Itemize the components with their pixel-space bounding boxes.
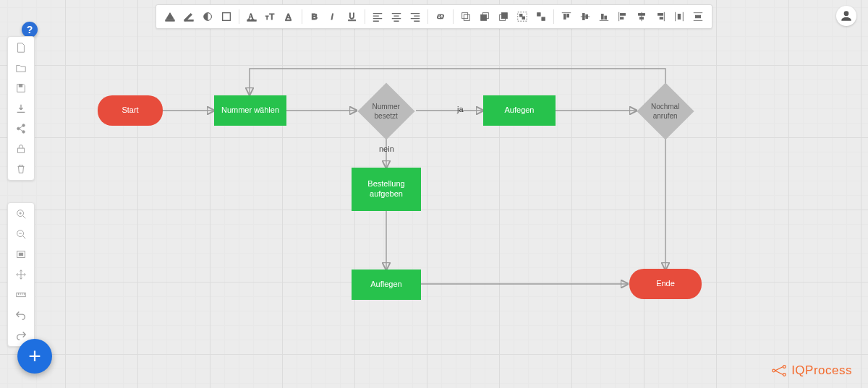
align-right-icon bbox=[409, 11, 421, 22]
svg-text:T: T bbox=[269, 12, 274, 21]
distribute-v-icon[interactable] bbox=[689, 7, 707, 26]
font-color-icon[interactable]: A bbox=[242, 7, 261, 26]
toolbar-separator bbox=[453, 9, 454, 24]
border-style-icon[interactable] bbox=[217, 7, 236, 26]
svg-text:I: I bbox=[331, 12, 333, 21]
svg-rect-28 bbox=[522, 17, 525, 20]
node-start[interactable]: Start bbox=[98, 95, 163, 126]
node-hangup2[interactable]: Auflegen bbox=[352, 270, 421, 300]
font-size-icon[interactable]: TT bbox=[261, 7, 280, 26]
diagram-canvas[interactable] bbox=[0, 0, 868, 388]
distribute-h-icon[interactable] bbox=[670, 7, 689, 26]
align-center-icon bbox=[391, 11, 402, 22]
pan-icon[interactable] bbox=[13, 268, 29, 281]
align-top-icon[interactable] bbox=[557, 7, 576, 26]
ungroup-icon[interactable] bbox=[532, 7, 550, 26]
align-hleft-icon[interactable] bbox=[613, 7, 632, 26]
bold-icon: B bbox=[309, 11, 320, 22]
help-button[interactable]: ? bbox=[22, 22, 38, 38]
to-front-icon bbox=[479, 11, 490, 22]
align-hcenter-icon[interactable] bbox=[632, 7, 651, 26]
svg-rect-7 bbox=[166, 20, 174, 21]
to-front-icon[interactable] bbox=[475, 7, 494, 26]
logo-text: IQProcess bbox=[791, 363, 852, 378]
format-toolbar: ATTABIU bbox=[156, 4, 712, 29]
node-label: Ende bbox=[656, 279, 675, 289]
underline-icon[interactable]: U bbox=[343, 7, 362, 26]
undo-icon[interactable] bbox=[13, 309, 29, 322]
edge-label-yes: ja bbox=[457, 105, 464, 113]
align-center-icon[interactable] bbox=[387, 7, 406, 26]
node-label: Nummer wählen bbox=[221, 105, 279, 116]
share-icon bbox=[15, 123, 27, 134]
fit-screen-icon[interactable] bbox=[13, 248, 29, 261]
opacity-icon[interactable] bbox=[198, 7, 217, 26]
svg-rect-22 bbox=[481, 14, 487, 20]
node-order[interactable]: Bestellung aufgeben bbox=[352, 168, 421, 211]
product-logo: IQProcess bbox=[771, 363, 852, 378]
link-icon bbox=[435, 11, 446, 22]
folder-icon[interactable] bbox=[13, 61, 29, 74]
download-icon[interactable] bbox=[13, 102, 29, 115]
svg-rect-39 bbox=[605, 16, 607, 19]
to-back-icon[interactable] bbox=[494, 7, 513, 26]
italic-icon[interactable]: I bbox=[324, 7, 343, 26]
file-tools-panel bbox=[7, 36, 35, 181]
to-back-icon bbox=[498, 11, 509, 22]
svg-rect-41 bbox=[620, 14, 625, 16]
folder-icon bbox=[15, 62, 27, 74]
toolbar-separator bbox=[302, 9, 302, 24]
svg-line-61 bbox=[23, 216, 26, 219]
line-color-icon[interactable] bbox=[179, 7, 198, 26]
svg-line-74 bbox=[775, 371, 783, 375]
copy-icon[interactable] bbox=[456, 7, 475, 26]
redo-icon[interactable] bbox=[13, 329, 29, 342]
ruler-icon bbox=[15, 289, 27, 301]
trash-icon[interactable] bbox=[13, 163, 29, 176]
save-icon bbox=[15, 82, 27, 94]
node-dial[interactable]: Nummer wählen bbox=[214, 95, 286, 126]
ruler-icon[interactable] bbox=[13, 288, 29, 301]
new-file-icon[interactable] bbox=[13, 41, 29, 54]
svg-point-70 bbox=[773, 369, 775, 372]
toolbar-separator bbox=[427, 9, 428, 24]
save-icon[interactable] bbox=[13, 82, 29, 95]
align-right-icon[interactable] bbox=[406, 7, 425, 26]
align-bottom-icon[interactable] bbox=[595, 7, 613, 26]
plus-icon: + bbox=[28, 344, 41, 368]
lock-icon[interactable] bbox=[13, 142, 29, 155]
avatar[interactable] bbox=[836, 6, 856, 26]
bold-icon[interactable]: B bbox=[305, 7, 324, 26]
align-hcenter-icon bbox=[636, 11, 647, 22]
zoom-out-icon[interactable] bbox=[13, 228, 29, 241]
distribute-v-icon bbox=[692, 11, 704, 22]
svg-rect-12 bbox=[247, 20, 256, 21]
svg-rect-19 bbox=[349, 20, 356, 20]
zoom-in-icon[interactable] bbox=[13, 207, 29, 220]
svg-line-73 bbox=[775, 367, 783, 371]
group-icon[interactable] bbox=[513, 7, 532, 26]
add-button[interactable]: + bbox=[17, 339, 52, 374]
share-icon[interactable] bbox=[13, 122, 29, 135]
node-hangup1[interactable]: Aufegen bbox=[483, 95, 556, 126]
trash-icon bbox=[15, 163, 27, 175]
node-end[interactable]: Ende bbox=[629, 269, 702, 299]
font-family-icon[interactable]: A bbox=[280, 7, 299, 26]
help-label: ? bbox=[27, 24, 33, 35]
svg-text:T: T bbox=[265, 15, 269, 21]
svg-rect-35 bbox=[582, 14, 584, 20]
svg-rect-59 bbox=[18, 148, 25, 152]
link-icon[interactable] bbox=[431, 7, 450, 26]
align-vcenter-icon[interactable] bbox=[576, 7, 595, 26]
node-label: Aufegen bbox=[505, 105, 535, 116]
fill-color-icon[interactable] bbox=[161, 7, 179, 26]
edge-label-no: nein bbox=[379, 145, 394, 153]
svg-point-56 bbox=[17, 127, 20, 130]
align-left-icon bbox=[372, 11, 383, 22]
svg-rect-44 bbox=[639, 14, 645, 16]
align-left-icon[interactable] bbox=[368, 7, 387, 26]
node-label: Auflegen bbox=[370, 280, 401, 290]
svg-rect-21 bbox=[464, 14, 469, 20]
align-hright-icon[interactable] bbox=[651, 7, 670, 26]
svg-rect-24 bbox=[501, 13, 507, 19]
